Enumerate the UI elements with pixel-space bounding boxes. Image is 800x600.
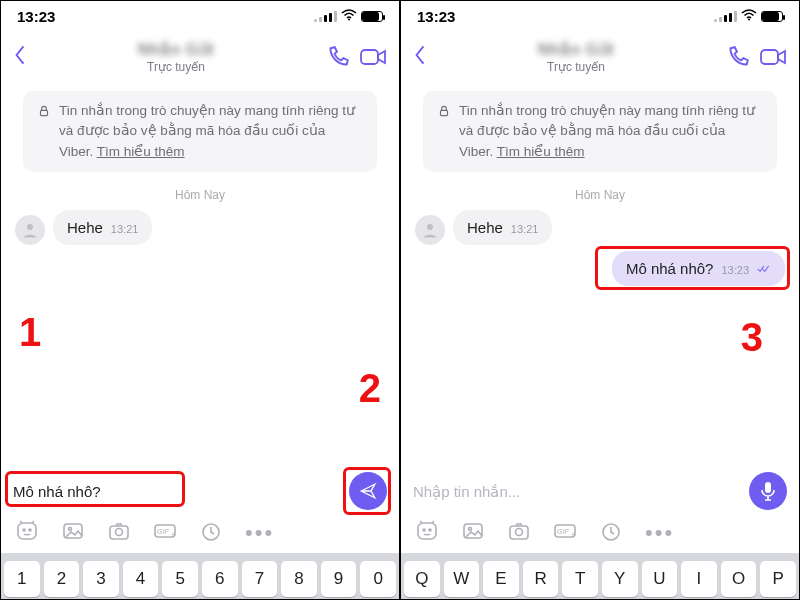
signal-icon bbox=[714, 11, 737, 22]
key[interactable]: 2 bbox=[44, 561, 80, 597]
chat-body: Hôm Nay Hehe 13:21 Mô nhá nhô? 13:23 bbox=[401, 180, 799, 469]
key[interactable]: T bbox=[562, 561, 598, 597]
avatar[interactable] bbox=[415, 215, 445, 245]
svg-point-8 bbox=[69, 528, 72, 531]
video-call-button[interactable] bbox=[759, 42, 789, 72]
privacy-banner: Tin nhắn trong trò chuyện này mang tính … bbox=[423, 91, 777, 172]
sticker-icon[interactable] bbox=[415, 519, 439, 547]
input-row bbox=[401, 469, 799, 513]
message-outgoing[interactable]: Mô nhá nhô? 13:23 bbox=[415, 251, 785, 286]
attachment-row: GIF+ ••• bbox=[1, 513, 399, 553]
privacy-learn-more[interactable]: Tìm hiểu thêm bbox=[497, 144, 585, 159]
status-bar: 13:23 bbox=[1, 1, 399, 31]
svg-point-6 bbox=[29, 529, 31, 531]
gif-icon[interactable]: GIF+ bbox=[553, 519, 577, 547]
wifi-icon bbox=[341, 8, 357, 24]
battery-icon bbox=[361, 11, 383, 22]
bubble-incoming: Hehe 13:21 bbox=[53, 210, 152, 245]
status-bar: 13:23 bbox=[401, 1, 799, 31]
svg-text:GIF: GIF bbox=[157, 528, 169, 535]
keyboard-row-numeric: 1 2 3 4 5 6 7 8 9 0 bbox=[1, 553, 399, 599]
more-icon[interactable]: ••• bbox=[245, 528, 274, 538]
key[interactable]: 4 bbox=[123, 561, 159, 597]
svg-rect-2 bbox=[41, 110, 48, 115]
svg-rect-4 bbox=[18, 523, 36, 539]
callout-3: 3 bbox=[741, 315, 763, 360]
status-time: 13:23 bbox=[417, 8, 455, 25]
gif-icon[interactable]: GIF+ bbox=[153, 519, 177, 547]
sticker-icon[interactable] bbox=[15, 519, 39, 547]
key[interactable]: I bbox=[681, 561, 717, 597]
svg-rect-17 bbox=[441, 110, 448, 115]
camera-icon[interactable] bbox=[107, 519, 131, 547]
privacy-learn-more[interactable]: Tìm hiểu thêm bbox=[97, 144, 185, 159]
chat-body: Hôm Nay Hehe 13:21 1 2 bbox=[1, 180, 399, 469]
avatar[interactable] bbox=[15, 215, 45, 245]
send-button[interactable] bbox=[349, 472, 387, 510]
svg-point-3 bbox=[27, 224, 33, 230]
key[interactable]: E bbox=[483, 561, 519, 597]
svg-point-24 bbox=[469, 528, 472, 531]
svg-rect-20 bbox=[418, 523, 436, 539]
status-right bbox=[314, 8, 383, 24]
day-separator: Hôm Nay bbox=[415, 188, 785, 202]
svg-rect-19 bbox=[765, 482, 771, 493]
svg-rect-1 bbox=[361, 50, 378, 64]
battery-icon bbox=[761, 11, 783, 22]
key[interactable]: 8 bbox=[281, 561, 317, 597]
audio-call-button[interactable] bbox=[723, 42, 753, 72]
more-icon[interactable]: ••• bbox=[645, 528, 674, 538]
svg-text:+: + bbox=[571, 531, 575, 538]
svg-rect-16 bbox=[761, 50, 778, 64]
key[interactable]: 5 bbox=[162, 561, 198, 597]
privacy-banner: Tin nhắn trong trò chuyện này mang tính … bbox=[23, 91, 377, 172]
message-time: 13:21 bbox=[111, 223, 139, 235]
key[interactable]: 1 bbox=[4, 561, 40, 597]
key[interactable]: 9 bbox=[321, 561, 357, 597]
bubble-outgoing: Mô nhá nhô? 13:23 bbox=[612, 251, 785, 286]
chat-header: Nhắn Gửi Trực tuyến bbox=[1, 31, 399, 83]
key[interactable]: Y bbox=[602, 561, 638, 597]
svg-point-22 bbox=[429, 529, 431, 531]
chat-header: Nhắn Gửi Trực tuyến bbox=[401, 31, 799, 83]
back-button[interactable] bbox=[411, 43, 429, 71]
mic-button[interactable] bbox=[749, 472, 787, 510]
status-right bbox=[714, 8, 783, 24]
message-text: Hehe bbox=[67, 219, 103, 236]
signal-icon bbox=[314, 11, 337, 22]
lock-icon bbox=[37, 101, 51, 162]
svg-point-18 bbox=[427, 224, 433, 230]
key[interactable]: P bbox=[760, 561, 796, 597]
camera-icon[interactable] bbox=[507, 519, 531, 547]
svg-point-26 bbox=[516, 529, 523, 536]
timer-icon[interactable] bbox=[199, 519, 223, 547]
message-text: Hehe bbox=[467, 219, 503, 236]
video-call-button[interactable] bbox=[359, 42, 389, 72]
status-time: 13:23 bbox=[17, 8, 55, 25]
input-row bbox=[1, 469, 399, 513]
back-button[interactable] bbox=[11, 43, 29, 71]
svg-point-15 bbox=[748, 19, 750, 21]
message-text: Mô nhá nhô? bbox=[626, 260, 714, 277]
key[interactable]: O bbox=[721, 561, 757, 597]
key[interactable]: Q bbox=[404, 561, 440, 597]
gallery-icon[interactable] bbox=[461, 519, 485, 547]
message-input[interactable] bbox=[13, 483, 341, 500]
gallery-icon[interactable] bbox=[61, 519, 85, 547]
wifi-icon bbox=[741, 8, 757, 24]
audio-call-button[interactable] bbox=[323, 42, 353, 72]
key[interactable]: 7 bbox=[242, 561, 278, 597]
key[interactable]: U bbox=[642, 561, 678, 597]
message-time: 13:23 bbox=[721, 264, 749, 276]
key[interactable]: 3 bbox=[83, 561, 119, 597]
key[interactable]: 0 bbox=[360, 561, 396, 597]
key[interactable]: W bbox=[444, 561, 480, 597]
timer-icon[interactable] bbox=[599, 519, 623, 547]
message-input[interactable] bbox=[413, 483, 741, 500]
presence-label: Trực tuyến bbox=[35, 60, 317, 74]
key[interactable]: 6 bbox=[202, 561, 238, 597]
svg-text:GIF: GIF bbox=[557, 528, 569, 535]
message-incoming[interactable]: Hehe 13:21 bbox=[15, 210, 385, 245]
key[interactable]: R bbox=[523, 561, 559, 597]
message-incoming[interactable]: Hehe 13:21 bbox=[415, 210, 785, 245]
